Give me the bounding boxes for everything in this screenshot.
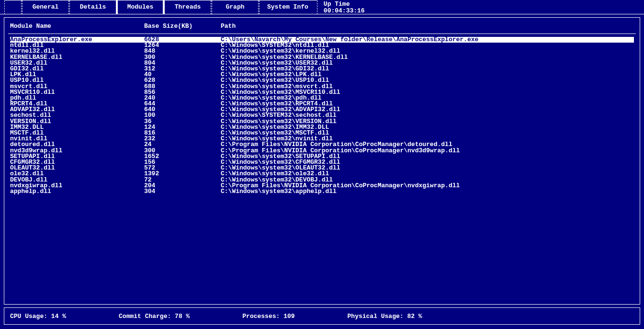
cell-size: 1264 (144, 43, 221, 48)
tab-modules[interactable]: ────────────── Modules (116, 0, 164, 14)
cell-size: 804 (144, 60, 221, 66)
tab-stub (5, 0, 22, 14)
tab-threads[interactable]: Threads (164, 0, 212, 14)
cell-size: 644 (144, 101, 221, 107)
module-list[interactable]: AnaProcessExplorer.exe6628C:\Users\Navar… (4, 34, 640, 304)
cell-size: 36 (144, 119, 221, 125)
cell-size: 304 (144, 189, 221, 194)
status-bar: CPU Usage: 14 % Commit Charge: 78 % Proc… (4, 307, 640, 325)
status-processes: Processes: 109 (242, 313, 294, 320)
cell-size: 1652 (144, 154, 221, 159)
uptime-label: Up Time (324, 1, 365, 8)
cell-size: 848 (144, 48, 221, 54)
cell-size: 40 (144, 72, 221, 78)
tab-details[interactable]: Details (69, 0, 117, 14)
uptime-value: 00:04:33:16 (324, 8, 365, 14)
cell-size: 300 (144, 55, 221, 60)
cell-size: 628 (144, 78, 221, 83)
cell-size: 312 (144, 66, 221, 72)
cell-size: 100 (144, 113, 221, 118)
column-headers: Module Name Base Size(KB) Path (4, 18, 640, 34)
cell-size: 240 (144, 95, 221, 101)
uptime-display: Up Time 00:04:33:16 (317, 0, 372, 14)
tab-bar: General Details ────────────── Modules T… (0, 0, 644, 14)
col-header-size[interactable]: Base Size(KB) (144, 23, 221, 30)
cell-size: 24 (144, 142, 221, 147)
table-row[interactable]: GDI32.dll312C:\Windows\system32\GDI32.dl… (10, 66, 634, 72)
cell-size: 816 (144, 130, 221, 136)
cell-size: 156 (144, 159, 221, 165)
cell-path: C:\Windows\system32\apphelp.dll (221, 189, 634, 194)
cell-name: apphelp.dll (10, 189, 144, 194)
tab-system-info[interactable]: System Info (259, 0, 317, 14)
tab-active-marker: ────────────── (129, 0, 152, 2)
status-cpu: CPU Usage: 14 % (10, 313, 66, 320)
tab-general[interactable]: General (22, 0, 69, 14)
status-commit: Commit Charge: 78 % (119, 313, 190, 320)
cell-size: 124 (144, 125, 221, 130)
cell-size: 688 (144, 84, 221, 90)
status-physical: Physical Usage: 82 % (348, 313, 422, 320)
cell-size: 640 (144, 107, 221, 113)
cell-size: 204 (144, 183, 221, 189)
content-frame: Module Name Base Size(KB) Path AnaProces… (4, 17, 640, 305)
cell-size: 72 (144, 177, 221, 183)
table-row[interactable]: apphelp.dll304C:\Windows\system32\apphel… (10, 189, 634, 194)
table-row[interactable]: MSVCR110.dll856C:\Windows\system32\MSVCR… (10, 90, 634, 95)
cell-size: 232 (144, 136, 221, 142)
col-header-path[interactable]: Path (221, 23, 634, 30)
tab-graph[interactable]: Graph (211, 0, 259, 14)
cell-size: 856 (144, 90, 221, 95)
col-header-name[interactable]: Module Name (10, 23, 144, 30)
cell-size: 1392 (144, 171, 221, 177)
